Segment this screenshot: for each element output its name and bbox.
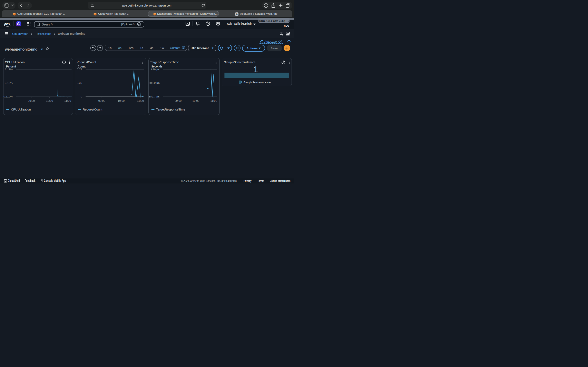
svg-text:1: 1	[253, 65, 258, 74]
